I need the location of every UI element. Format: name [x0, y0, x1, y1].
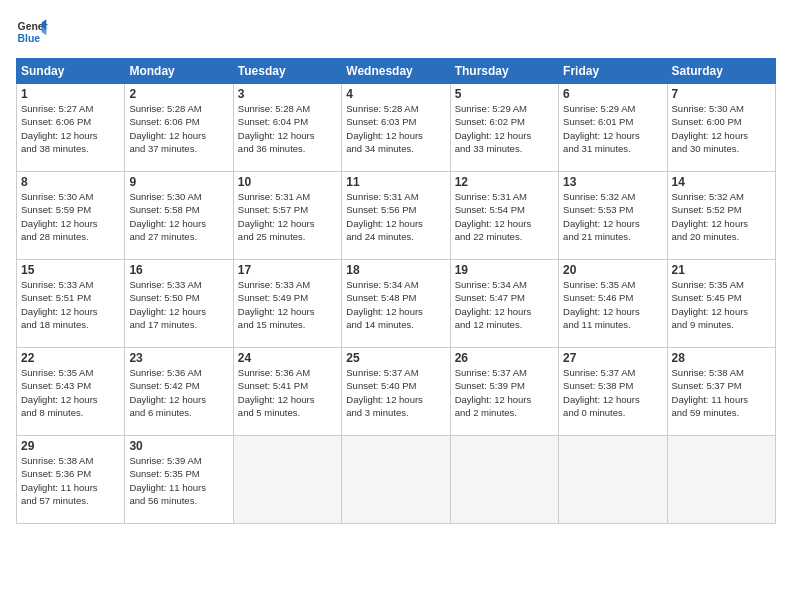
day-info: Sunrise: 5:31 AM Sunset: 5:54 PM Dayligh… [455, 190, 554, 243]
day-number: 28 [672, 351, 771, 365]
day-number: 13 [563, 175, 662, 189]
day-cell-2: 2Sunrise: 5:28 AM Sunset: 6:06 PM Daylig… [125, 84, 233, 172]
day-number: 12 [455, 175, 554, 189]
empty-cell [342, 436, 450, 524]
day-number: 24 [238, 351, 337, 365]
day-cell-22: 22Sunrise: 5:35 AM Sunset: 5:43 PM Dayli… [17, 348, 125, 436]
day-cell-29: 29Sunrise: 5:38 AM Sunset: 5:36 PM Dayli… [17, 436, 125, 524]
day-cell-6: 6Sunrise: 5:29 AM Sunset: 6:01 PM Daylig… [559, 84, 667, 172]
day-number: 22 [21, 351, 120, 365]
day-info: Sunrise: 5:30 AM Sunset: 5:59 PM Dayligh… [21, 190, 120, 243]
day-cell-16: 16Sunrise: 5:33 AM Sunset: 5:50 PM Dayli… [125, 260, 233, 348]
day-number: 16 [129, 263, 228, 277]
day-info: Sunrise: 5:34 AM Sunset: 5:47 PM Dayligh… [455, 278, 554, 331]
day-info: Sunrise: 5:37 AM Sunset: 5:39 PM Dayligh… [455, 366, 554, 419]
day-cell-13: 13Sunrise: 5:32 AM Sunset: 5:53 PM Dayli… [559, 172, 667, 260]
day-cell-3: 3Sunrise: 5:28 AM Sunset: 6:04 PM Daylig… [233, 84, 341, 172]
day-cell-20: 20Sunrise: 5:35 AM Sunset: 5:46 PM Dayli… [559, 260, 667, 348]
day-number: 17 [238, 263, 337, 277]
day-info: Sunrise: 5:30 AM Sunset: 5:58 PM Dayligh… [129, 190, 228, 243]
day-info: Sunrise: 5:32 AM Sunset: 5:53 PM Dayligh… [563, 190, 662, 243]
day-info: Sunrise: 5:38 AM Sunset: 5:37 PM Dayligh… [672, 366, 771, 419]
day-cell-26: 26Sunrise: 5:37 AM Sunset: 5:39 PM Dayli… [450, 348, 558, 436]
day-info: Sunrise: 5:33 AM Sunset: 5:51 PM Dayligh… [21, 278, 120, 331]
day-cell-15: 15Sunrise: 5:33 AM Sunset: 5:51 PM Dayli… [17, 260, 125, 348]
day-cell-19: 19Sunrise: 5:34 AM Sunset: 5:47 PM Dayli… [450, 260, 558, 348]
day-number: 7 [672, 87, 771, 101]
day-cell-21: 21Sunrise: 5:35 AM Sunset: 5:45 PM Dayli… [667, 260, 775, 348]
day-number: 2 [129, 87, 228, 101]
day-info: Sunrise: 5:29 AM Sunset: 6:02 PM Dayligh… [455, 102, 554, 155]
day-info: Sunrise: 5:35 AM Sunset: 5:43 PM Dayligh… [21, 366, 120, 419]
day-cell-17: 17Sunrise: 5:33 AM Sunset: 5:49 PM Dayli… [233, 260, 341, 348]
day-info: Sunrise: 5:35 AM Sunset: 5:46 PM Dayligh… [563, 278, 662, 331]
calendar-header-row: SundayMondayTuesdayWednesdayThursdayFrid… [17, 59, 776, 84]
day-cell-14: 14Sunrise: 5:32 AM Sunset: 5:52 PM Dayli… [667, 172, 775, 260]
day-cell-28: 28Sunrise: 5:38 AM Sunset: 5:37 PM Dayli… [667, 348, 775, 436]
day-info: Sunrise: 5:28 AM Sunset: 6:06 PM Dayligh… [129, 102, 228, 155]
day-number: 29 [21, 439, 120, 453]
day-number: 27 [563, 351, 662, 365]
day-number: 23 [129, 351, 228, 365]
week-row-4: 22Sunrise: 5:35 AM Sunset: 5:43 PM Dayli… [17, 348, 776, 436]
day-number: 21 [672, 263, 771, 277]
day-info: Sunrise: 5:37 AM Sunset: 5:40 PM Dayligh… [346, 366, 445, 419]
day-header-tuesday: Tuesday [233, 59, 341, 84]
day-header-wednesday: Wednesday [342, 59, 450, 84]
day-number: 14 [672, 175, 771, 189]
day-info: Sunrise: 5:29 AM Sunset: 6:01 PM Dayligh… [563, 102, 662, 155]
logo: General Blue [16, 16, 48, 48]
day-cell-11: 11Sunrise: 5:31 AM Sunset: 5:56 PM Dayli… [342, 172, 450, 260]
day-cell-9: 9Sunrise: 5:30 AM Sunset: 5:58 PM Daylig… [125, 172, 233, 260]
day-cell-30: 30Sunrise: 5:39 AM Sunset: 5:35 PM Dayli… [125, 436, 233, 524]
empty-cell [559, 436, 667, 524]
day-number: 4 [346, 87, 445, 101]
page-header: General Blue [16, 16, 776, 48]
day-number: 15 [21, 263, 120, 277]
day-cell-1: 1Sunrise: 5:27 AM Sunset: 6:06 PM Daylig… [17, 84, 125, 172]
day-info: Sunrise: 5:33 AM Sunset: 5:50 PM Dayligh… [129, 278, 228, 331]
day-info: Sunrise: 5:38 AM Sunset: 5:36 PM Dayligh… [21, 454, 120, 507]
day-info: Sunrise: 5:39 AM Sunset: 5:35 PM Dayligh… [129, 454, 228, 507]
week-row-1: 1Sunrise: 5:27 AM Sunset: 6:06 PM Daylig… [17, 84, 776, 172]
day-info: Sunrise: 5:32 AM Sunset: 5:52 PM Dayligh… [672, 190, 771, 243]
day-cell-12: 12Sunrise: 5:31 AM Sunset: 5:54 PM Dayli… [450, 172, 558, 260]
day-number: 6 [563, 87, 662, 101]
day-header-saturday: Saturday [667, 59, 775, 84]
day-cell-10: 10Sunrise: 5:31 AM Sunset: 5:57 PM Dayli… [233, 172, 341, 260]
day-number: 10 [238, 175, 337, 189]
day-number: 11 [346, 175, 445, 189]
day-header-sunday: Sunday [17, 59, 125, 84]
day-header-thursday: Thursday [450, 59, 558, 84]
empty-cell [450, 436, 558, 524]
day-cell-4: 4Sunrise: 5:28 AM Sunset: 6:03 PM Daylig… [342, 84, 450, 172]
calendar-table: SundayMondayTuesdayWednesdayThursdayFrid… [16, 58, 776, 524]
day-header-friday: Friday [559, 59, 667, 84]
day-header-monday: Monday [125, 59, 233, 84]
day-info: Sunrise: 5:35 AM Sunset: 5:45 PM Dayligh… [672, 278, 771, 331]
day-cell-24: 24Sunrise: 5:36 AM Sunset: 5:41 PM Dayli… [233, 348, 341, 436]
day-number: 5 [455, 87, 554, 101]
day-cell-5: 5Sunrise: 5:29 AM Sunset: 6:02 PM Daylig… [450, 84, 558, 172]
day-number: 30 [129, 439, 228, 453]
week-row-2: 8Sunrise: 5:30 AM Sunset: 5:59 PM Daylig… [17, 172, 776, 260]
day-number: 18 [346, 263, 445, 277]
day-cell-27: 27Sunrise: 5:37 AM Sunset: 5:38 PM Dayli… [559, 348, 667, 436]
day-number: 1 [21, 87, 120, 101]
day-number: 26 [455, 351, 554, 365]
day-info: Sunrise: 5:28 AM Sunset: 6:03 PM Dayligh… [346, 102, 445, 155]
day-info: Sunrise: 5:31 AM Sunset: 5:57 PM Dayligh… [238, 190, 337, 243]
day-number: 25 [346, 351, 445, 365]
day-cell-7: 7Sunrise: 5:30 AM Sunset: 6:00 PM Daylig… [667, 84, 775, 172]
day-cell-8: 8Sunrise: 5:30 AM Sunset: 5:59 PM Daylig… [17, 172, 125, 260]
day-cell-23: 23Sunrise: 5:36 AM Sunset: 5:42 PM Dayli… [125, 348, 233, 436]
day-info: Sunrise: 5:30 AM Sunset: 6:00 PM Dayligh… [672, 102, 771, 155]
day-number: 20 [563, 263, 662, 277]
logo-icon: General Blue [16, 16, 48, 48]
day-info: Sunrise: 5:27 AM Sunset: 6:06 PM Dayligh… [21, 102, 120, 155]
day-number: 9 [129, 175, 228, 189]
day-cell-25: 25Sunrise: 5:37 AM Sunset: 5:40 PM Dayli… [342, 348, 450, 436]
day-number: 19 [455, 263, 554, 277]
day-info: Sunrise: 5:33 AM Sunset: 5:49 PM Dayligh… [238, 278, 337, 331]
day-info: Sunrise: 5:28 AM Sunset: 6:04 PM Dayligh… [238, 102, 337, 155]
